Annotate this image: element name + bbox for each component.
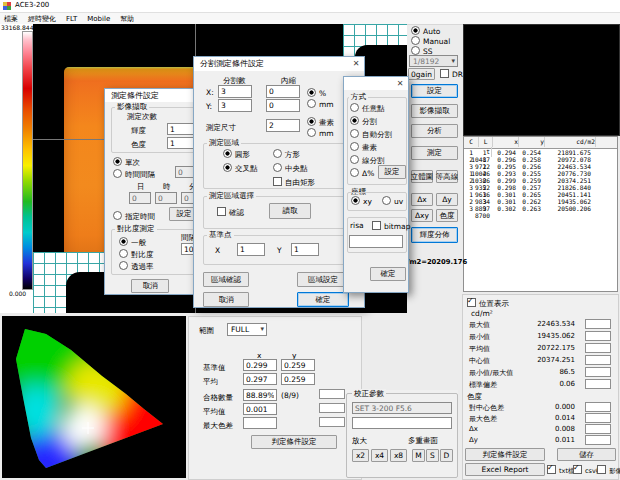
freerect-checkbox[interactable]: 自由矩形 <box>273 177 315 188</box>
position-display-checkbox[interactable]: 位置表示 <box>467 298 509 309</box>
maxdiff-value-input[interactable] <box>243 417 277 429</box>
range-combo[interactable]: FULL <box>227 323 267 336</box>
method-set-button[interactable]: 設定 <box>378 165 406 179</box>
mm-radio[interactable]: mm <box>307 99 334 110</box>
chroma-count-input[interactable] <box>167 137 195 149</box>
day-input[interactable] <box>129 192 151 204</box>
circle-radio[interactable]: 圓形 <box>223 149 250 160</box>
gain-button[interactable]: 0gain <box>408 68 435 80</box>
table-row[interactable]: 220.2990.25920374.2519352 <box>464 177 617 184</box>
range-judge-condition-button[interactable]: 判定條件設定 <box>251 435 337 449</box>
area-set-button[interactable]: 區域設定 <box>297 272 349 287</box>
menu-help[interactable]: 幫助 <box>120 14 134 24</box>
y-inset-input[interactable] <box>266 99 300 112</box>
size-input[interactable] <box>266 119 300 132</box>
option-auto-split[interactable]: 自動分割 <box>350 129 392 140</box>
x-div-input[interactable] <box>218 85 252 98</box>
zoom-x4-button[interactable]: x4 <box>371 449 388 462</box>
dr-checkbox[interactable]: DR <box>440 69 463 80</box>
contour-button[interactable]: 等高線 <box>436 170 458 183</box>
normal-radio[interactable]: 一般 <box>119 237 146 248</box>
txt-file-checkbox[interactable]: txt檔 <box>547 465 574 476</box>
avg-x-input[interactable] <box>243 373 277 385</box>
avg-y-input[interactable] <box>281 373 315 385</box>
table-row[interactable]: 210.2960.25820972.0789722 <box>464 156 617 163</box>
option-delta-pct[interactable]: Δ% <box>350 168 374 179</box>
capture-button[interactable]: 影像擷取 <box>411 104 458 118</box>
ref-y-input[interactable] <box>281 359 315 371</box>
settings-button[interactable]: 設定 <box>411 84 458 98</box>
multi-s-button[interactable]: S <box>426 449 439 462</box>
pass-value-input[interactable] <box>243 389 277 401</box>
image-file-checkbox[interactable]: 影像檔 <box>597 465 620 476</box>
delta-xy-button[interactable]: Δxy <box>411 209 433 222</box>
analyze-button[interactable]: 分析 <box>411 124 458 138</box>
cancel-button[interactable]: 取消 <box>203 292 249 307</box>
cross-radio[interactable]: 交叉點 <box>223 163 258 174</box>
measure-button[interactable]: 測定 <box>411 146 458 160</box>
table-row[interactable]: 330.3020.26320500.2068700 <box>464 205 617 212</box>
lum-count-input[interactable] <box>167 123 195 135</box>
x-inset-input[interactable] <box>266 85 300 98</box>
menu-mobile[interactable]: Mobile <box>87 15 110 23</box>
mean-value-input[interactable] <box>243 403 277 415</box>
multi-d-button[interactable]: D <box>440 449 453 462</box>
luminance-distribution-button[interactable]: 輝度分佈 <box>411 227 458 243</box>
ref-x-input[interactable] <box>243 359 277 371</box>
zoom-x8-button[interactable]: x8 <box>390 449 407 462</box>
transmit-radio[interactable]: 透過率 <box>119 261 154 272</box>
view3d-button[interactable]: 立體圖 <box>411 170 433 183</box>
timed-radio[interactable]: 指定時間 <box>113 211 155 222</box>
contrast-radio[interactable]: 對比度 <box>119 249 154 260</box>
table-row[interactable]: 120.2930.25520776.73010386 <box>464 170 617 177</box>
xy-radio[interactable]: xy <box>351 196 372 207</box>
delta-x-button[interactable]: Δx <box>411 193 433 206</box>
percent-radio[interactable]: % <box>307 88 326 99</box>
option-pixel[interactable]: 畫素 <box>350 142 377 153</box>
dialog-title-bar[interactable]: 分割測定條件設定 <box>194 57 364 71</box>
shutter-combo[interactable]: 1/8192 <box>409 55 458 67</box>
multi-m-button[interactable]: M <box>412 449 425 462</box>
cie-chromaticity-diagram[interactable] <box>2 316 186 478</box>
menu-flt[interactable]: FLT <box>66 15 77 23</box>
calibration-preset2[interactable] <box>352 417 452 429</box>
area-confirm-button[interactable]: 區域確認 <box>203 272 249 287</box>
option-split[interactable]: 分割 <box>350 116 377 127</box>
refx-input[interactable] <box>237 243 265 256</box>
table-row[interactable]: 110.2940.25421891.67510487 <box>464 149 617 156</box>
menu-file[interactable]: 檔案 <box>4 14 18 24</box>
excel-report-button[interactable]: Excel Report <box>465 463 545 476</box>
table-row[interactable]: 230.3010.26219435.0628897 <box>464 198 617 205</box>
center-radio[interactable]: 中央點 <box>273 163 308 174</box>
table-row[interactable]: 310.2950.25622463.53410046 <box>464 163 617 170</box>
refy-input[interactable] <box>291 243 319 256</box>
interval-radio[interactable]: 時間間隔 <box>113 169 155 180</box>
close-icon[interactable]: ✕ <box>348 57 364 71</box>
table-row[interactable]: 130.3010.26520451.1419834 <box>464 191 617 198</box>
close-icon[interactable]: ✕ <box>392 77 408 90</box>
square-radio[interactable]: 方形 <box>273 149 300 160</box>
capture-group-label: 影像擷取 <box>115 102 149 111</box>
calibration-preset[interactable] <box>352 402 452 414</box>
single-radio[interactable]: 單次 <box>113 157 140 168</box>
path-input[interactable] <box>349 235 403 248</box>
cancel-button[interactable]: 取消 <box>131 279 169 293</box>
judge-condition-button[interactable]: 判定條件設定 <box>465 448 545 461</box>
ok-button[interactable]: 確定 <box>370 267 406 281</box>
hour-input[interactable] <box>155 192 177 204</box>
option-any-point[interactable]: 任意點 <box>350 103 385 114</box>
ok-button[interactable]: 確定 <box>297 292 349 307</box>
save-button[interactable]: 儲存 <box>557 448 616 461</box>
bitmap-checkbox[interactable]: bitmap <box>372 221 410 232</box>
chroma-button[interactable]: 色度 <box>436 209 458 222</box>
y-div-input[interactable] <box>218 99 252 112</box>
delta-y-button[interactable]: Δy <box>436 193 458 206</box>
mm2-radio[interactable]: mm <box>307 128 334 139</box>
read-button[interactable]: 讀取 <box>269 203 311 219</box>
menu-trend[interactable]: 經時變化 <box>28 14 56 24</box>
uv-radio[interactable]: uv <box>382 196 403 207</box>
table-row[interactable]: 320.2980.25721826.8409616 <box>464 184 617 191</box>
pixel-radio[interactable]: 畫素 <box>307 117 334 128</box>
zoom-x2-button[interactable]: x2 <box>352 449 369 462</box>
confirm-checkbox[interactable]: 確認 <box>217 207 244 218</box>
